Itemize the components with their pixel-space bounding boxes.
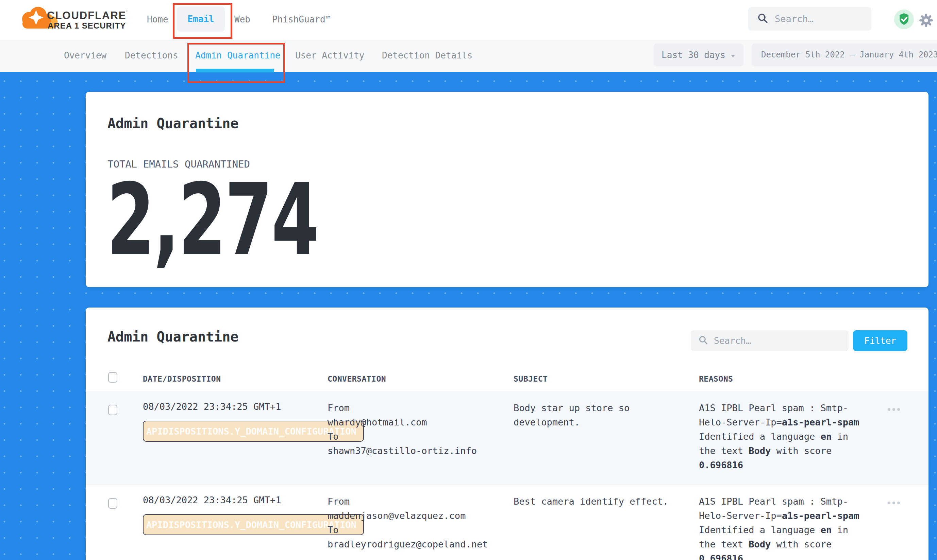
- tab-phishguard[interactable]: PhishGuard™: [272, 14, 330, 25]
- column-header-reasons: REASONS: [699, 374, 733, 383]
- settings-gear-icon[interactable]: [918, 12, 934, 29]
- tab-email[interactable]: Email: [177, 6, 225, 32]
- subnav-admin-quarantine[interactable]: Admin Quarantine: [195, 50, 280, 60]
- table-card-title: Admin Quarantine: [108, 329, 238, 345]
- active-tab-underline: [196, 69, 274, 72]
- row-subject: Body star up store so development.: [514, 401, 630, 429]
- row-actions-menu[interactable]: [888, 408, 900, 411]
- top-header: CLOUDFLARE' AREA 1 SECURITY Home Email W…: [0, 0, 937, 40]
- conversation-from-address[interactable]: whardy@hotmail.com: [327, 415, 477, 429]
- row-conversation: From maddenjason@velazquez.com To bradle…: [327, 494, 488, 551]
- row-reasons: A1S IPBL Pearl spam : Smtp- Helo-Server-…: [699, 401, 869, 472]
- brand-trademark: ': [127, 9, 128, 15]
- row-date: 08/03/2022 23:34:25 GMT+1: [143, 401, 281, 412]
- row-checkbox[interactable]: [108, 405, 117, 415]
- row-reasons: A1S IPBL Pearl spam : Smtp- Helo-Server-…: [699, 494, 869, 560]
- table-row: 08/03/2022 23:34:25 GMT+1 APIDISPOSITION…: [86, 484, 928, 560]
- summary-card-title: Admin Quarantine: [108, 115, 238, 131]
- app-window: CLOUDFLARE' AREA 1 SECURITY Home Email W…: [0, 0, 937, 560]
- column-header-subject: SUBJECT: [514, 374, 548, 383]
- disposition-badge-label: APIDISPOSITIONS.Y_DOMAIN_CONFIGURATION: [146, 520, 357, 530]
- row-conversation: From whardy@hotmail.com To shawn37@casti…: [327, 401, 477, 458]
- conversation-to-address[interactable]: shawn37@castillo-ortiz.info: [327, 444, 477, 458]
- row-subject: Best camera identify effect.: [514, 494, 668, 509]
- conversation-to-address[interactable]: bradleyrodriguez@copeland.net: [327, 537, 488, 551]
- filter-button[interactable]: Filter: [853, 330, 908, 351]
- chevron-down-icon: [730, 50, 736, 60]
- row-date: 08/03/2022 23:34:25 GMT+1: [143, 495, 281, 505]
- summary-card: Admin Quarantine TOTAL EMAILS QUARANTINE…: [86, 92, 928, 287]
- conversation-to-label: To: [327, 523, 488, 537]
- date-range-dropdown-label: Last 30 days: [662, 50, 726, 60]
- brand-name: CLOUDFLARE': [47, 9, 128, 22]
- table-search[interactable]: [691, 330, 849, 351]
- search-icon: [757, 12, 769, 26]
- subnav-detections[interactable]: Detections: [125, 50, 178, 60]
- metric-value: 2,274: [107, 171, 318, 269]
- table-header-row: DATE/DISPOSITION CONVERSATION SUBJECT RE…: [86, 371, 928, 391]
- conversation-to-label: To: [327, 429, 477, 444]
- tab-home[interactable]: Home: [147, 14, 168, 25]
- conversation-from-address[interactable]: maddenjason@velazquez.com: [327, 509, 488, 523]
- disposition-badge-label: APIDISPOSITIONS.Y_DOMAIN_CONFIGURATION: [146, 426, 357, 437]
- quarantine-table-card: Admin Quarantine Filter DATE/DISPOSITION…: [86, 308, 928, 560]
- subnav-user-activity[interactable]: User Activity: [295, 50, 364, 60]
- table-rows: 08/03/2022 23:34:25 GMT+1 APIDISPOSITION…: [86, 391, 928, 560]
- conversation-from-label: From: [327, 494, 488, 509]
- subnav-overview[interactable]: Overview: [64, 50, 107, 60]
- tab-web[interactable]: Web: [234, 14, 250, 25]
- email-subnav: Overview Detections Admin Quarantine Use…: [0, 40, 937, 72]
- column-header-conversation: CONVERSATION: [327, 374, 386, 383]
- tab-email-label: Email: [187, 14, 214, 24]
- select-all-checkbox[interactable]: [108, 372, 117, 383]
- conversation-from-label: From: [327, 401, 477, 415]
- row-checkbox[interactable]: [108, 498, 117, 509]
- column-header-date: DATE/DISPOSITION: [143, 374, 221, 383]
- global-search[interactable]: [748, 7, 871, 31]
- brand-subtitle: AREA 1 SECURITY: [48, 21, 126, 31]
- date-range-dropdown[interactable]: Last 30 days: [654, 43, 744, 66]
- subnav-detection-details[interactable]: Detection Details: [382, 50, 472, 60]
- security-shield-badge-icon[interactable]: [894, 9, 914, 31]
- table-search-input[interactable]: [713, 335, 830, 346]
- table-row: 08/03/2022 23:34:25 GMT+1 APIDISPOSITION…: [86, 391, 928, 484]
- row-actions-menu[interactable]: [888, 502, 900, 504]
- page-background: Admin Quarantine TOTAL EMAILS QUARANTINE…: [0, 72, 937, 560]
- date-range-display[interactable]: December 5th 2022 — January 4th 2023: [752, 43, 937, 66]
- search-icon: [698, 335, 709, 346]
- global-search-input[interactable]: [774, 13, 860, 25]
